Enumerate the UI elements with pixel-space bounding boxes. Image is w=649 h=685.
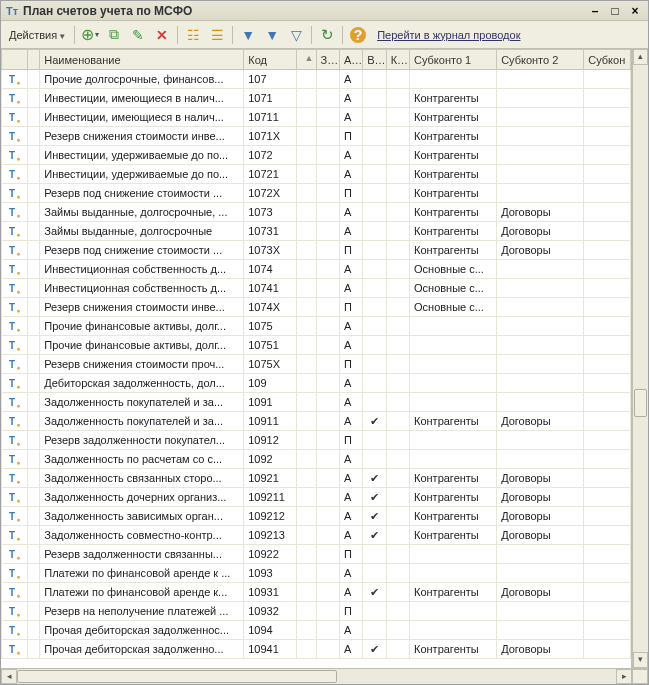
table-row[interactable]: ТРезерв снижения стоимости проч...1075ХП <box>2 355 631 374</box>
col-k[interactable]: К... <box>386 50 409 70</box>
close-button[interactable]: × <box>626 4 644 18</box>
row-marker <box>27 488 40 507</box>
col-name[interactable]: Наименование <box>40 50 244 70</box>
cell-code: 1071 <box>244 89 297 108</box>
col-sk3[interactable]: Субкон <box>584 50 631 70</box>
cell-sort <box>297 317 316 336</box>
cell-sort <box>297 412 316 431</box>
refresh-button[interactable]: ↻ <box>316 24 338 46</box>
cell-sort <box>297 583 316 602</box>
table-row[interactable]: ТИнвестиционная собственность д...1074АО… <box>2 260 631 279</box>
col-marker[interactable] <box>27 50 40 70</box>
table-row[interactable]: ТЗаймы выданные, долгосрочные10731АКонтр… <box>2 222 631 241</box>
separator <box>232 26 233 44</box>
table-row[interactable]: ТПлатежи по финансовой аренде к...10931А… <box>2 583 631 602</box>
table-row[interactable]: ТПрочие финансовые активы, долг...1075А <box>2 317 631 336</box>
table-row[interactable]: ТПрочие финансовые активы, долг...10751А <box>2 336 631 355</box>
scroll-up-button[interactable]: ▴ <box>633 49 648 65</box>
row-type-icon: Т <box>2 298 28 317</box>
filter-clear-button[interactable]: ▽ <box>285 24 307 46</box>
hierarchy-button[interactable]: ☷ <box>182 24 204 46</box>
table-row[interactable]: ТЗадолженность по расчетам со с...1092А <box>2 450 631 469</box>
cell-sk1: Контрагенты <box>410 412 497 431</box>
col-icon[interactable] <box>2 50 28 70</box>
row-marker <box>27 165 40 184</box>
scroll-right-button[interactable]: ▸ <box>616 669 632 684</box>
list-button[interactable]: ☰ <box>206 24 228 46</box>
cell-sk1 <box>410 70 497 89</box>
table-row[interactable]: ТРезерв на неполучение платежей ...10932… <box>2 602 631 621</box>
cell-z <box>316 431 339 450</box>
grid[interactable]: Наименование Код ▲ З... А... В... К... С… <box>1 49 632 668</box>
col-code[interactable]: Код <box>244 50 297 70</box>
table-row[interactable]: ТЗадолженность покупателей и за...1091А <box>2 393 631 412</box>
cell-code: 1074Х <box>244 298 297 317</box>
row-marker <box>27 412 40 431</box>
col-z[interactable]: З... <box>316 50 339 70</box>
col-sort-indicator[interactable]: ▲ <box>297 50 316 70</box>
table-row[interactable]: ТРезерв снижения стоимости инве...1071ХП… <box>2 127 631 146</box>
cell-v <box>363 279 386 298</box>
table-row[interactable]: ТПрочая дебиторская задолженнос...1094А <box>2 621 631 640</box>
table-row[interactable]: ТЗадолженность совместно-контр...109213А… <box>2 526 631 545</box>
copy-button[interactable]: ⧉ <box>103 24 125 46</box>
maximize-button[interactable]: □ <box>606 4 624 18</box>
table-row[interactable]: ТРезерв задолженности покупател...10912П <box>2 431 631 450</box>
table-row[interactable]: ТИнвестиции, имеющиеся в налич...10711АК… <box>2 108 631 127</box>
row-type-icon: Т <box>2 583 28 602</box>
edit-button[interactable]: ✎ <box>127 24 149 46</box>
minimize-button[interactable]: – <box>586 4 604 18</box>
row-type-icon: Т <box>2 89 28 108</box>
table-row[interactable]: ТЗадолженность дочерних организ...109211… <box>2 488 631 507</box>
cell-z <box>316 545 339 564</box>
cell-sort <box>297 241 316 260</box>
filter2-button[interactable]: ▼ <box>261 24 283 46</box>
hscroll-thumb[interactable] <box>17 670 337 683</box>
table-row[interactable]: ТРезерв задолженности связанны...10922П <box>2 545 631 564</box>
cell-sk2 <box>497 450 584 469</box>
table-row[interactable]: ТИнвестиции, имеющиеся в налич...1071АКо… <box>2 89 631 108</box>
table-row[interactable]: ТДебиторская задолженность, дол...109А <box>2 374 631 393</box>
row-type-icon: Т <box>2 507 28 526</box>
table-row[interactable]: ТЗаймы выданные, долгосрочные, ...1073АК… <box>2 203 631 222</box>
col-sk2[interactable]: Субконто 2 <box>497 50 584 70</box>
table-row[interactable]: ТПрочая дебиторская задолженно...10941А✔… <box>2 640 631 659</box>
table-row[interactable]: ТРезерв снижения стоимости инве...1074ХП… <box>2 298 631 317</box>
col-a[interactable]: А... <box>339 50 362 70</box>
col-sk1[interactable]: Субконто 1 <box>410 50 497 70</box>
table-row[interactable]: ТРезерв под снижение стоимости ...1072ХП… <box>2 184 631 203</box>
vertical-scrollbar[interactable]: ▴ ▾ <box>632 49 648 668</box>
cell-sort <box>297 336 316 355</box>
table-row[interactable]: ТЗадолженность зависимых орган...109212А… <box>2 507 631 526</box>
table-row[interactable]: ТИнвестиции, удерживаемые до по...10721А… <box>2 165 631 184</box>
scroll-left-button[interactable]: ◂ <box>1 669 17 684</box>
col-code-label: Код <box>248 54 267 66</box>
cell-sk1: Контрагенты <box>410 526 497 545</box>
table-row[interactable]: ТПрочие долгосрочные, финансов...107А <box>2 70 631 89</box>
help-button[interactable]: ? <box>347 24 369 46</box>
filter1-button[interactable]: ▼ <box>237 24 259 46</box>
table-row[interactable]: ТИнвестиционная собственность д...10741А… <box>2 279 631 298</box>
journal-link[interactable]: Перейти в журнал проводок <box>377 29 520 41</box>
scroll-thumb[interactable] <box>634 389 647 417</box>
cell-sk2 <box>497 70 584 89</box>
cell-code: 109213 <box>244 526 297 545</box>
table-row[interactable]: ТЗадолженность связанных сторо...10921А✔… <box>2 469 631 488</box>
actions-menu[interactable]: Действия▼ <box>5 29 70 41</box>
hscroll-track[interactable] <box>17 669 616 684</box>
cell-name: Резерв снижения стоимости инве... <box>40 127 244 146</box>
add-button[interactable]: ⊕▾ <box>79 24 101 46</box>
table-row[interactable]: ТРезерв под снижение стоимости ...1073ХП… <box>2 241 631 260</box>
cell-code: 1073Х <box>244 241 297 260</box>
grid-area: Наименование Код ▲ З... А... В... К... С… <box>1 49 648 668</box>
col-v[interactable]: В... <box>363 50 386 70</box>
cell-sort <box>297 108 316 127</box>
delete-button[interactable]: ✕ <box>151 24 173 46</box>
table-row[interactable]: ТПлатежи по финансовой аренде к ...1093А <box>2 564 631 583</box>
scroll-down-button[interactable]: ▾ <box>633 652 648 668</box>
horizontal-scrollbar[interactable]: ◂ ▸ <box>1 668 648 684</box>
table-row[interactable]: ТИнвестиции, удерживаемые до по...1072АК… <box>2 146 631 165</box>
table-row[interactable]: ТЗадолженность покупателей и за...10911А… <box>2 412 631 431</box>
cell-sk1 <box>410 602 497 621</box>
cell-sk3 <box>584 507 631 526</box>
